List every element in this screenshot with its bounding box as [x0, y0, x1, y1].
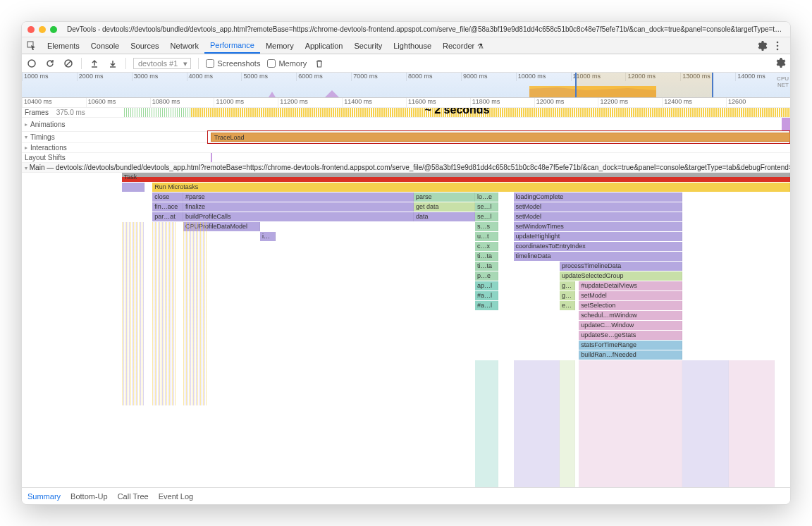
flame-bar[interactable]: updateSe…geStats [579, 331, 682, 340]
overview-right-labels: CPUNET [777, 75, 789, 88]
window-title: DevTools - devtools://devtools/bundled/d… [67, 25, 785, 33]
flame-bar[interactable]: g… [560, 291, 575, 300]
download-icon[interactable] [107, 58, 118, 69]
kebab-menu-icon[interactable] [772, 40, 783, 51]
devtools-window: DevTools - devtools://devtools/bundled/d… [21, 21, 791, 505]
upload-icon[interactable] [89, 58, 100, 69]
flame-bar[interactable]: u…t [475, 232, 498, 241]
perf-toolbar: devtools #1 ▾ Screenshots Memory [22, 54, 790, 73]
detail-tabs: Summary Bottom-Up Call Tree Event Log [22, 487, 790, 504]
flame-bar[interactable]: setWindowTimes [514, 222, 683, 231]
flame-bar[interactable]: Run Microtasks [152, 183, 790, 192]
tab-event-log[interactable]: Event Log [159, 492, 194, 501]
traceload-bar[interactable]: TraceLoad [211, 133, 790, 142]
svg-point-4 [28, 60, 35, 67]
tab-summary[interactable]: Summary [27, 492, 61, 501]
flame-bar[interactable]: #a…l [475, 291, 498, 300]
trash-icon[interactable] [314, 58, 325, 69]
gear-icon[interactable] [756, 40, 768, 51]
flame-bar[interactable]: p…e [475, 271, 498, 281]
flame-chart[interactable]: TaskRun Microtasksclose#parseparselo…elo… [22, 173, 790, 487]
tab-recorder[interactable]: Recorder [437, 39, 489, 53]
flame-bar[interactable]: par…at [152, 212, 183, 221]
svg-line-6 [66, 61, 71, 66]
close-icon[interactable] [27, 26, 35, 33]
flame-bar[interactable] [122, 183, 145, 192]
flame-bar[interactable]: coordinatesToEntryIndex [514, 242, 683, 251]
panel-tabs: Elements Console Sources Network Perform… [22, 37, 790, 54]
flame-bar[interactable]: get data [414, 202, 475, 212]
flame-bar[interactable]: #a…l [475, 301, 498, 310]
flame-bar[interactable]: processTimelineData [560, 262, 682, 271]
layout-shifts-track[interactable]: Layout Shifts [22, 153, 790, 163]
tab-lighthouse[interactable]: Lighthouse [388, 39, 437, 53]
flame-bar[interactable]: updateHighlight [514, 232, 683, 241]
flame-bar[interactable]: finalize [183, 202, 414, 212]
timings-track[interactable]: ▾Timings TraceLoad [22, 132, 790, 143]
flame-bar[interactable]: setSelection [579, 301, 682, 310]
tab-security[interactable]: Security [348, 39, 388, 53]
tab-sources[interactable]: Sources [125, 39, 164, 53]
svg-point-1 [777, 41, 779, 43]
flame-bar[interactable]: setModel [514, 212, 683, 221]
flame-bar[interactable]: timelineData [514, 252, 683, 261]
tab-bottom-up[interactable]: Bottom-Up [70, 492, 108, 501]
tab-elements[interactable]: Elements [42, 39, 85, 53]
memory-checkbox[interactable]: Memory [267, 59, 307, 68]
tab-application[interactable]: Application [300, 39, 349, 53]
flame-bar[interactable]: setModel [514, 202, 683, 212]
flame-bar[interactable]: se…l [475, 202, 498, 212]
flame-bar[interactable]: i… [260, 232, 276, 241]
tab-memory[interactable]: Memory [260, 39, 300, 53]
screenshots-checkbox[interactable]: Screenshots [206, 59, 260, 68]
tab-call-tree[interactable]: Call Tree [118, 492, 149, 501]
flame-bar[interactable]: setModel [579, 291, 682, 300]
flame-bar[interactable]: ti…ta [475, 252, 498, 261]
flame-bar[interactable]: #parse [183, 192, 414, 202]
flame-bar[interactable]: parse [414, 192, 475, 202]
flame-bar[interactable]: #updateDetailViews [579, 281, 682, 290]
flame-bar[interactable]: schedul…mWindow [579, 311, 682, 320]
flame-bar[interactable]: ti…ta [475, 262, 498, 271]
clear-icon[interactable] [63, 58, 74, 69]
flame-bar[interactable]: statsForTimeRange [579, 341, 682, 350]
svg-point-3 [777, 48, 779, 50]
flame-bar[interactable]: buildProfileCalls [183, 212, 414, 221]
flame-bar[interactable]: loadingComplete [514, 192, 683, 202]
animations-track[interactable]: ▸Animations ~ 2 seconds [22, 118, 790, 132]
tab-network[interactable]: Network [165, 39, 204, 53]
tab-console[interactable]: Console [85, 39, 125, 53]
flame-bar[interactable]: data [414, 212, 475, 221]
flame-bar[interactable]: s…s [475, 222, 498, 231]
flame-bar[interactable]: updateC…Window [579, 321, 682, 330]
flame-bar[interactable]: updateSelectedGroup [560, 271, 682, 281]
tab-performance[interactable]: Performance [204, 38, 260, 54]
interactions-track[interactable]: ▸Interactions [22, 143, 790, 153]
flame-bar[interactable]: e… [560, 301, 575, 310]
flame-bar[interactable]: fin…ace [152, 202, 183, 212]
flame-bar[interactable]: Task [122, 173, 790, 182]
svg-point-2 [777, 44, 779, 47]
annotation-label: ~ 2 seconds [424, 108, 489, 116]
main-track-header[interactable]: ▾ Main — devtools://devtools/bundled/dev… [22, 163, 790, 173]
flame-bar[interactable]: buildRan…fNeeded [579, 350, 682, 360]
flame-bar[interactable]: g… [560, 281, 575, 290]
flame-ruler: 10400 ms10600 ms10800 ms11000 ms11200 ms… [22, 98, 790, 108]
overview-selection[interactable] [575, 73, 713, 97]
tracks: Frames 375.0 ms ▸Animations ~ 2 seconds … [22, 108, 790, 487]
flame-bar[interactable]: se…l [475, 212, 498, 221]
flame-bar[interactable]: c…x [475, 242, 498, 251]
overview-minimap[interactable]: 1000 ms2000 ms3000 ms4000 ms5000 ms6000 … [22, 73, 790, 98]
reload-icon[interactable] [44, 58, 56, 69]
minimize-icon[interactable] [39, 26, 46, 33]
frames-track[interactable]: Frames 375.0 ms [22, 108, 790, 118]
flame-bar[interactable]: ap…l [475, 281, 498, 290]
maximize-icon[interactable] [50, 26, 57, 33]
perf-settings-icon[interactable] [775, 57, 786, 68]
profile-select[interactable]: devtools #1 ▾ [133, 58, 191, 69]
record-icon[interactable] [26, 58, 37, 69]
titlebar: DevTools - devtools://devtools/bundled/d… [22, 22, 790, 37]
flame-bar[interactable]: lo…e [475, 192, 498, 202]
inspect-element-icon[interactable] [25, 39, 39, 53]
flame-bar[interactable]: close [152, 192, 183, 202]
